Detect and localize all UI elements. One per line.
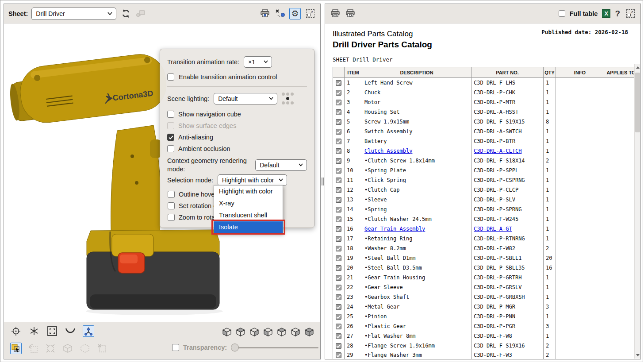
row-checkbox[interactable] [333, 282, 345, 292]
row-checkbox[interactable] [333, 117, 345, 127]
row-checkbox[interactable] [333, 214, 345, 224]
row-checkbox[interactable] [333, 166, 345, 175]
row-description[interactable]: Clutch Assembly [362, 146, 472, 156]
transparency-slider[interactable] [231, 343, 318, 352]
col-description: DESCRIPTION [362, 67, 472, 78]
viewport-3d[interactable]: Cortona3D Transition animation [4, 23, 320, 322]
zoom-to-rotation-checkbox[interactable]: Zoom to rotat [168, 214, 217, 221]
row-checkbox[interactable] [333, 331, 345, 341]
scroll-up-icon[interactable] [635, 64, 640, 71]
context-mode-select[interactable]: Default [255, 159, 307, 171]
view-front-icon[interactable] [221, 326, 233, 338]
row-checkbox[interactable] [333, 88, 345, 97]
settings-gear-icon[interactable]: ⚙ [289, 8, 301, 19]
dropdown-option[interactable]: Translucent shell [214, 209, 283, 221]
dropdown-option[interactable]: X-ray [214, 197, 283, 209]
checkbox-checked[interactable] [167, 134, 174, 141]
row-partno[interactable]: C3D-DRL-A-GT [472, 224, 544, 234]
rotation-center-icon[interactable] [10, 325, 22, 337]
selection-mode-dropdown: Highlight with colorX-rayTranslucent she… [214, 185, 283, 234]
transition-rate-select[interactable]: ×1 [244, 56, 272, 68]
fullscreen-catalog-icon[interactable]: ↗ [625, 8, 636, 19]
view-top-icon[interactable] [276, 326, 288, 338]
dropdown-option[interactable]: Isolate [214, 221, 283, 233]
row-checkbox[interactable] [333, 341, 345, 351]
row-applies [604, 195, 638, 205]
fit-view-icon[interactable] [46, 325, 58, 337]
selection-mode-select[interactable]: Highlight with color [218, 174, 287, 186]
select-tool-icon[interactable] [10, 343, 22, 354]
row-checkbox[interactable] [333, 273, 345, 282]
row-checkbox[interactable] [333, 78, 345, 88]
hide-trajectories-icon[interactable] [274, 8, 286, 19]
print-catalog-icon[interactable] [330, 8, 341, 19]
view-right-icon[interactable] [262, 326, 274, 338]
row-checkbox[interactable] [333, 253, 345, 263]
view-bottom-icon[interactable] [290, 326, 301, 338]
row-applies [604, 253, 638, 263]
sheet-select-value: Drill Driver [36, 10, 65, 17]
row-checkbox[interactable] [333, 205, 345, 214]
show-navigation-cube-checkbox[interactable]: Show navigation cube [167, 111, 307, 118]
view-back-icon[interactable] [235, 326, 246, 338]
row-partno[interactable]: C3D-DRL-A-CLTCH [472, 146, 544, 156]
ambient-occlusion-checkbox[interactable]: Ambient occlusion [167, 145, 307, 152]
row-info [556, 341, 604, 351]
checkbox[interactable] [167, 145, 174, 152]
row-checkbox[interactable] [333, 224, 345, 234]
view-isometric-icon[interactable] [303, 326, 315, 338]
row-qty: 1 [544, 166, 556, 175]
light-position-icon[interactable] [282, 93, 294, 105]
row-checkbox[interactable] [333, 185, 345, 195]
walk-mode-icon[interactable] [83, 325, 94, 337]
anti-aliasing-checkbox[interactable]: Anti-aliasing [167, 134, 307, 141]
panel-splitter[interactable] [321, 4, 325, 359]
dropdown-option[interactable]: Highlight with color [214, 185, 283, 197]
checkbox[interactable] [168, 191, 175, 198]
view-left-icon[interactable] [249, 326, 260, 338]
row-checkbox[interactable] [333, 136, 345, 146]
checkbox[interactable] [167, 73, 174, 81]
row-checkbox[interactable] [333, 107, 345, 117]
enable-transition-checkbox[interactable]: Enable transition animation control [167, 73, 307, 81]
row-checkbox[interactable] [333, 156, 345, 166]
pan-arc-icon[interactable] [65, 325, 76, 337]
row-checkbox[interactable] [333, 292, 345, 302]
refresh-icon[interactable] [120, 8, 131, 19]
transition-rate-label: Transition animation rate: [167, 58, 239, 66]
row-checkbox[interactable] [333, 234, 345, 243]
row-checkbox[interactable] [333, 175, 345, 185]
print-preview-icon[interactable] [345, 8, 356, 19]
set-rotation-center-checkbox[interactable]: Set rotation c [168, 202, 216, 209]
table-scrollbar[interactable] [634, 64, 640, 359]
checkbox[interactable] [168, 214, 175, 221]
full-table-checkbox[interactable] [559, 10, 565, 17]
row-checkbox[interactable] [333, 351, 345, 359]
export-excel-icon[interactable]: X [602, 9, 610, 18]
row-partno: C3D-DRL-P-SLV [472, 195, 544, 205]
row-checkbox[interactable] [333, 127, 345, 136]
row-checkbox[interactable] [333, 263, 345, 273]
sheet-select[interactable]: Drill Driver [31, 8, 116, 20]
row-checkbox[interactable] [333, 195, 345, 205]
row-checkbox[interactable] [333, 146, 345, 156]
scroll-thumb[interactable] [635, 73, 640, 132]
fullscreen-viewer-icon[interactable]: ↗ [304, 8, 316, 19]
slider-knob[interactable] [231, 344, 239, 351]
row-partno: C3D-DRL-A-SWTCH [472, 127, 544, 136]
row-checkbox[interactable] [333, 243, 345, 253]
checkbox[interactable] [168, 202, 175, 209]
help-icon[interactable]: ? [615, 9, 620, 19]
print-viewer-icon[interactable] [259, 8, 271, 19]
axes-tool-icon[interactable] [28, 325, 40, 337]
scroll-down-icon[interactable] [635, 352, 640, 359]
row-checkbox[interactable] [333, 97, 345, 107]
checkbox[interactable] [167, 111, 174, 118]
row-checkbox[interactable] [333, 302, 345, 312]
transparency-checkbox[interactable] [172, 344, 179, 351]
row-checkbox[interactable] [333, 321, 345, 331]
outline-hover-checkbox[interactable]: Outline hover [168, 191, 217, 198]
row-description[interactable]: Gear Train Assembly [362, 224, 472, 234]
scene-lighting-select[interactable]: Default [214, 93, 277, 104]
row-checkbox[interactable] [333, 312, 345, 321]
